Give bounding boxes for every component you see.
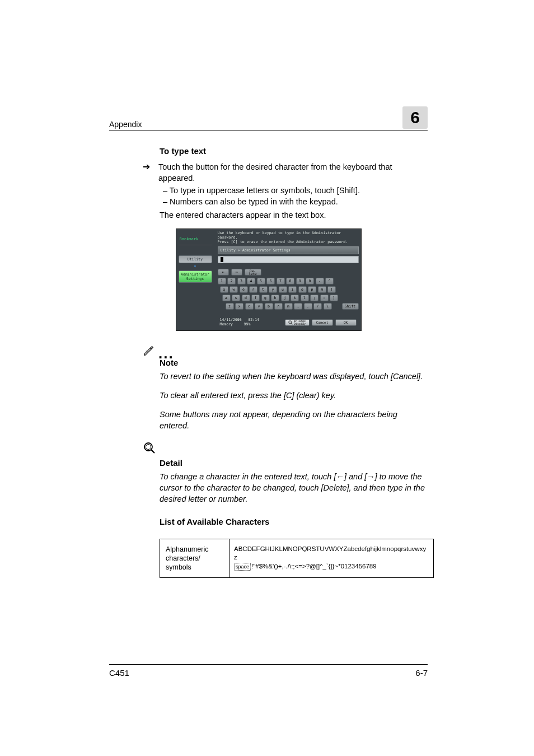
cursor-left-button[interactable]: ← <box>218 269 229 276</box>
step-text: Touch the button for the desired charact… <box>158 161 428 184</box>
key-k[interactable]: k <box>291 295 299 301</box>
key-2[interactable]: 2 <box>227 278 236 284</box>
key-a[interactable]: a <box>222 295 231 301</box>
page-footer: C451 6-7 <box>109 664 428 678</box>
key-f[interactable]: f <box>251 295 260 301</box>
footer-page: 6-7 <box>415 668 428 678</box>
key-[[interactable]: [ <box>327 286 336 293</box>
note-dots: ... <box>158 351 174 356</box>
space-token: space <box>234 563 251 571</box>
key-e[interactable]: e <box>240 286 248 293</box>
key-0[interactable]: 0 <box>306 278 314 284</box>
chars-heading: List of Available Characters <box>160 517 428 526</box>
svg-line-1 <box>291 323 292 324</box>
detail-heading: Detail <box>160 458 428 468</box>
key-c[interactable]: c <box>245 303 254 310</box>
key-w[interactable]: w <box>229 286 238 293</box>
key-s[interactable]: s <box>232 295 240 301</box>
key-4[interactable]: 4 <box>247 278 255 284</box>
embedded-screenshot: Bookmark Utility ▾ Administrator Setting… <box>176 228 362 331</box>
footer-model: C451 <box>109 668 129 678</box>
key-x[interactable]: x <box>235 303 243 310</box>
nav-admin-settings[interactable]: Administrator Settings <box>179 270 212 283</box>
key-:[interactable]: : <box>320 295 329 301</box>
svg-line-6 <box>151 450 154 453</box>
key-,[interactable]: , <box>294 303 302 310</box>
table-col-label: Alphanumeric characters/ symbols <box>160 539 229 578</box>
page-header: Appendix 6 <box>109 106 428 130</box>
characters-table: Alphanumeric characters/ symbols ABCDEFG… <box>160 539 434 578</box>
key-3[interactable]: 3 <box>237 278 246 284</box>
result-text: The entered characters appear in the tex… <box>160 209 428 221</box>
key-5[interactable]: 5 <box>257 278 265 284</box>
key-;[interactable]: ; <box>310 295 318 301</box>
key-n[interactable]: n <box>274 303 283 310</box>
note-p1: To revert to the setting when the keyboa… <box>160 371 428 382</box>
key-b[interactable]: b <box>265 303 273 310</box>
substep-1: – To type in uppercase letters or symbol… <box>163 185 428 196</box>
cursor-right-button[interactable]: → <box>231 269 242 276</box>
key-r[interactable]: r <box>249 286 257 293</box>
key-6[interactable]: 6 <box>266 278 275 284</box>
key-\[interactable]: \ <box>324 303 332 310</box>
nav-arrow-icon: ▾ <box>179 264 212 269</box>
arrow-icon: ➔ <box>143 161 150 184</box>
key-y[interactable]: y <box>269 286 277 293</box>
key-1[interactable]: 1 <box>218 278 226 284</box>
key-o[interactable]: o <box>298 286 307 293</box>
key-t[interactable]: t <box>259 286 268 293</box>
password-input[interactable] <box>218 256 359 263</box>
instruction-text: Use the keyboard or keypad to type in th… <box>218 231 359 244</box>
key-9[interactable]: 9 <box>296 278 305 284</box>
chapter-number: 6 <box>402 106 428 129</box>
key-d[interactable]: d <box>242 295 250 301</box>
key-l[interactable]: l <box>301 295 309 301</box>
key-p[interactable]: p <box>308 286 316 293</box>
note-icon <box>143 344 155 357</box>
key-^[interactable]: ^ <box>325 278 334 284</box>
detail-paragraph: To change a character in the entered tex… <box>160 471 428 505</box>
key-g[interactable]: g <box>261 295 270 301</box>
key--[interactable]: - <box>316 278 324 284</box>
key-i[interactable]: i <box>288 286 297 293</box>
key-8[interactable]: 8 <box>286 278 294 284</box>
step-line: ➔ Touch the button for the desired chara… <box>143 161 428 184</box>
table-col-value: ABCDEFGHIJKLMNOPQRSTUVWXYZabcdefghijklmn… <box>229 539 433 578</box>
enlarge-display-button[interactable]: Enlarge Display <box>285 319 310 326</box>
shift-button[interactable]: Shift <box>342 303 359 310</box>
detail-icon <box>143 441 156 455</box>
key-h[interactable]: h <box>271 295 279 301</box>
key-q[interactable]: q <box>220 286 228 293</box>
key-j[interactable]: j <box>281 295 289 301</box>
status-area: 14/11/2006 02:14 Memory 99% <box>220 318 259 326</box>
substep-2: – Numbers can also be typed in with the … <box>163 196 428 207</box>
subheading-totypetext: To type text <box>160 146 428 156</box>
key-/[interactable]: / <box>313 303 322 310</box>
bookmark-label: Bookmark <box>179 231 212 245</box>
key-7[interactable]: 7 <box>277 278 285 284</box>
section-label: Appendix <box>109 120 142 129</box>
key-][interactable]: ] <box>330 295 338 301</box>
svg-point-5 <box>146 444 151 449</box>
ok-button[interactable]: OK <box>335 319 357 326</box>
key-@[interactable]: @ <box>318 286 326 293</box>
key-z[interactable]: z <box>226 303 234 310</box>
note-p2: To clear all entered text, press the [C]… <box>160 390 428 401</box>
delete-button[interactable]: De- lete <box>245 269 261 276</box>
key-m[interactable]: m <box>284 303 293 310</box>
cancel-button[interactable]: Cancel <box>312 319 333 326</box>
note-heading: Note <box>160 358 428 367</box>
nav-utility[interactable]: Utility <box>179 255 212 263</box>
key-.[interactable]: . <box>304 303 312 310</box>
key-v[interactable]: v <box>255 303 263 310</box>
note-p3: Some buttons may not appear, depending o… <box>160 409 428 431</box>
breadcrumb: Utility > Administrator Settings <box>218 246 359 254</box>
key-u[interactable]: u <box>279 286 287 293</box>
